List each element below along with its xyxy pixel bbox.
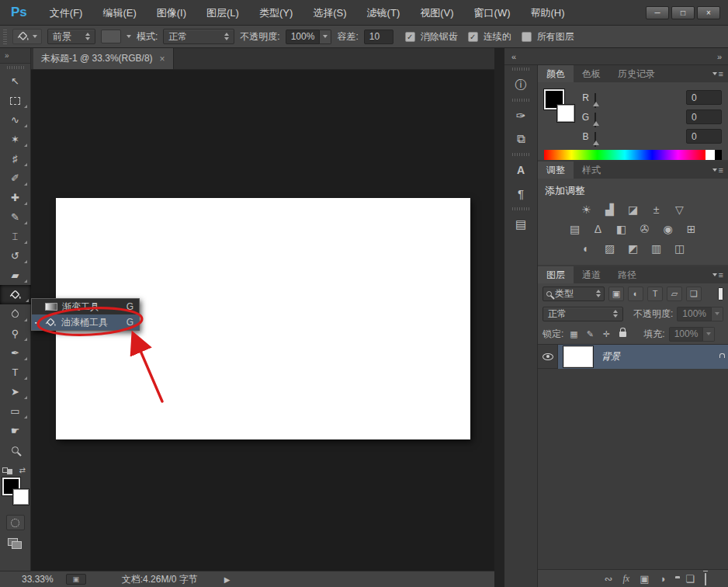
new-layer-icon[interactable]: ❏ — [685, 573, 695, 585]
history-brush-tool[interactable]: ↺ — [2, 246, 29, 266]
menu-view[interactable]: 视图(V) — [410, 0, 463, 26]
flyout-item-paint-bucket-tool[interactable]: ▪ 油漆桶工具 G — [32, 314, 139, 330]
clone-source-panel-icon[interactable]: ⧉ — [504, 127, 538, 151]
threshold-icon[interactable]: ◩ — [622, 241, 643, 256]
all-layers-checkbox[interactable] — [522, 32, 532, 42]
pixel-layer-filter-icon[interactable]: ▣ — [608, 287, 624, 301]
close-button[interactable]: × — [697, 6, 720, 19]
zoom-tool[interactable] — [2, 440, 29, 460]
path-selection-tool[interactable]: ➤ — [2, 382, 29, 401]
type-layer-filter-icon[interactable]: T — [647, 287, 663, 301]
eyedropper-tool[interactable]: ✐ — [2, 168, 29, 188]
color-spectrum-ramp[interactable] — [544, 150, 705, 160]
contiguous-checkbox[interactable]: ✓ — [468, 32, 478, 42]
delete-layer-icon[interactable] — [705, 573, 706, 585]
link-layers-icon[interactable]: ∾ — [605, 573, 613, 585]
panel-menu-icon[interactable]: ≡ — [712, 69, 723, 78]
menu-filter[interactable]: 滤镜(T) — [357, 0, 411, 26]
lock-all-icon[interactable] — [616, 332, 629, 337]
tab-layers[interactable]: 图层 — [538, 266, 574, 283]
tab-color[interactable]: 颜色 — [538, 65, 574, 82]
antialias-checkbox[interactable]: ✓ — [405, 32, 415, 42]
brush-presets-panel-icon[interactable]: ✑ — [504, 104, 538, 127]
layer-visibility-cell[interactable] — [538, 345, 558, 369]
shape-layer-filter-icon[interactable]: ▱ — [667, 287, 682, 301]
gradient-map-icon[interactable]: ▥ — [646, 241, 667, 256]
type-tool[interactable]: T — [2, 363, 29, 382]
menu-file[interactable]: 文件(F) — [40, 0, 93, 26]
character-panel-icon[interactable]: A — [504, 158, 538, 182]
chevron-down-icon[interactable] — [703, 327, 715, 342]
color-balance-icon[interactable]: Δ — [588, 221, 608, 237]
tab-styles[interactable]: 样式 — [574, 162, 609, 179]
status-menu-arrow-icon[interactable]: ▶ — [224, 575, 231, 584]
menu-image[interactable]: 图像(I) — [147, 0, 196, 26]
panel-menu-icon[interactable]: ≡ — [712, 165, 723, 175]
shape-tool[interactable]: ▭ — [2, 401, 29, 421]
menu-window[interactable]: 窗口(W) — [464, 0, 521, 26]
menu-help[interactable]: 帮助(H) — [521, 0, 575, 26]
tab-paths[interactable]: 路径 — [609, 266, 645, 283]
brush-tool[interactable]: ✎ — [2, 207, 29, 227]
tolerance-input[interactable]: 10 — [364, 30, 393, 44]
selective-color-icon[interactable]: ◫ — [669, 241, 690, 256]
flyout-item-gradient-tool[interactable]: 渐变工具 G — [32, 299, 139, 314]
healing-brush-tool[interactable]: ✚ — [2, 188, 29, 207]
photo-filter-icon[interactable]: ✇ — [634, 221, 655, 237]
layer-fill-combo[interactable]: 100% — [669, 327, 716, 342]
black-swatch[interactable] — [715, 150, 722, 160]
document-tab[interactable]: 未标题-1 @ 33.3%(RGB/8) × — [33, 48, 174, 69]
default-and-swap-colors[interactable]: ⇄ — [2, 466, 29, 474]
panel-menu-icon[interactable]: ≡ — [712, 270, 723, 280]
tab-channels[interactable]: 通道 — [574, 266, 609, 283]
exposure-icon[interactable]: ± — [646, 202, 667, 217]
minimize-button[interactable]: ─ — [646, 6, 669, 19]
menu-type[interactable]: 类型(Y) — [249, 0, 303, 26]
brightness-contrast-icon[interactable]: ☀ — [576, 202, 597, 217]
tab-adjustments[interactable]: 调整 — [538, 162, 574, 179]
menu-edit[interactable]: 编辑(E) — [92, 0, 146, 26]
hue-saturation-icon[interactable]: ▤ — [564, 221, 585, 237]
swap-colors-icon[interactable]: ⇄ — [19, 466, 26, 474]
layer-style-icon[interactable]: fx — [623, 573, 630, 585]
chevron-down-icon[interactable] — [320, 30, 331, 44]
color-lookup-icon[interactable]: ⊞ — [681, 221, 702, 237]
background-color-swatch[interactable] — [13, 489, 29, 505]
layer-row-background[interactable]: 背景 — [538, 345, 728, 369]
filter-toggle-switch[interactable] — [718, 287, 723, 300]
chevron-down-icon[interactable] — [712, 307, 723, 321]
adjustment-fill-icon[interactable]: ◑ — [659, 573, 665, 585]
invert-icon[interactable]: ◐ — [576, 241, 597, 256]
blue-slider-thumb[interactable] — [593, 141, 599, 145]
lock-transparent-icon[interactable]: ▦ — [567, 329, 580, 339]
pattern-swatch[interactable] — [101, 30, 121, 43]
add-layer-mask-icon[interactable]: ▣ — [640, 573, 649, 585]
pen-tool[interactable]: ✒ — [2, 343, 29, 363]
green-slider-thumb[interactable] — [593, 121, 599, 126]
layer-filter-select[interactable]: 类型 — [543, 287, 605, 301]
lock-move-icon[interactable]: ✛ — [600, 329, 612, 339]
red-value-field[interactable]: 0 — [686, 90, 722, 105]
background-color-swatch[interactable] — [557, 105, 574, 122]
status-options-icon[interactable]: ▣ — [66, 574, 86, 585]
red-slider-thumb[interactable] — [593, 102, 599, 106]
marquee-tool[interactable] — [2, 91, 29, 110]
blend-mode-select[interactable]: 正常 — [163, 29, 234, 44]
eraser-tool[interactable]: ▰ — [2, 266, 29, 285]
hand-tool[interactable]: ☛ — [2, 421, 29, 440]
crop-tool[interactable]: ♯ — [2, 149, 29, 168]
vibrance-icon[interactable]: ▽ — [669, 202, 690, 217]
smart-object-filter-icon[interactable]: ❏ — [686, 287, 702, 301]
fill-source-select[interactable]: 前景 — [47, 29, 95, 44]
adjustment-layer-filter-icon[interactable]: ◐ — [628, 287, 643, 301]
white-swatch[interactable] — [705, 150, 715, 160]
tab-history[interactable]: 历史记录 — [609, 65, 664, 82]
move-tool[interactable]: ↖ — [2, 71, 29, 91]
magic-wand-tool[interactable]: ✶ — [2, 130, 29, 149]
zoom-level-field[interactable]: 33.33% — [22, 574, 54, 585]
tab-close-icon[interactable]: × — [160, 54, 165, 64]
lock-paint-icon[interactable]: ✎ — [584, 329, 596, 339]
blur-tool[interactable] — [2, 304, 29, 324]
toolbar-collapse-button[interactable]: » — [0, 48, 30, 64]
channel-mixer-icon[interactable]: ◉ — [657, 221, 678, 237]
